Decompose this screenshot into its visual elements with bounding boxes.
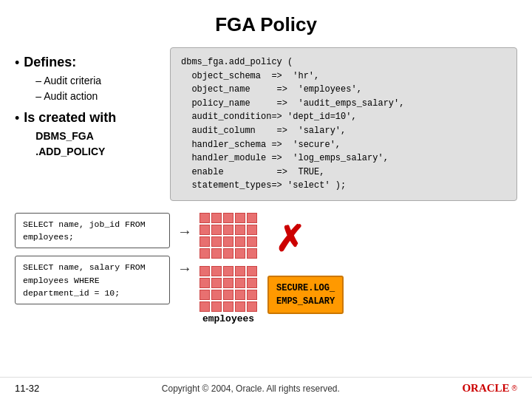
grid-cell	[235, 225, 245, 235]
grid-cell	[235, 301, 245, 312]
grid-cell	[211, 236, 222, 247]
grid-cell	[223, 248, 233, 259]
grid-cell	[235, 248, 245, 259]
secure-box: SECURE.LOG_ EMPS_SALARY	[267, 276, 344, 314]
grid-cell	[223, 290, 233, 300]
is-created-label: Is created with	[24, 110, 116, 125]
bullet-dot-1: •	[15, 56, 19, 69]
data-grid-1	[200, 213, 257, 259]
grid-cell	[223, 236, 233, 247]
grid-cell	[200, 248, 210, 259]
grid-cell	[211, 290, 222, 300]
arrows-area: → →	[170, 213, 200, 276]
x-mark-icon: ✗	[275, 222, 304, 257]
slide-number: 11-32	[15, 383, 39, 394]
grid-cell	[247, 248, 257, 259]
grid-cell	[223, 301, 233, 312]
grid-cell	[200, 236, 210, 247]
grid-cell	[247, 301, 257, 312]
left-panel: • Defines: – Audit criteria – Audit acti…	[15, 47, 163, 201]
grid-cell	[247, 278, 257, 288]
grid-cell	[235, 236, 245, 247]
grid-cell	[247, 213, 257, 223]
sql-box-2: SELECT name, salary FROM employees WHERE…	[15, 256, 170, 304]
audit-criteria-item: – Audit criteria	[35, 73, 101, 89]
grid-cell	[235, 290, 245, 300]
audit-action-item: – Audit action	[35, 89, 101, 104]
arrow-icon-2: →	[177, 261, 192, 276]
bullet-is-created: • Is created with DBMS_FGA .ADD_POLICY	[15, 110, 163, 160]
grid-cell	[200, 278, 210, 288]
grid-cell	[235, 266, 245, 276]
code-box: dbms_fga.add_policy ( object_schema => '…	[170, 47, 517, 201]
copyright-text: Copyright © 2004, Oracle. All rights res…	[162, 383, 340, 394]
data-grid-2	[200, 266, 257, 312]
grid-cell	[200, 266, 210, 276]
grid-cell	[211, 248, 222, 259]
grid-cell	[200, 213, 210, 223]
dbms-fga-label: DBMS_FGA .ADD_POLICY	[35, 129, 116, 160]
grid-cell	[211, 213, 222, 223]
grid-row-1: ✗	[200, 213, 517, 259]
grid-cell	[223, 225, 233, 235]
grid-row-2: employees SECURE.LOG_ EMPS_SALARY	[200, 266, 517, 324]
oracle-logo-text: ORACLE	[462, 382, 509, 395]
sql-boxes-area: SELECT name, job_id FROM employees; SELE…	[15, 213, 170, 304]
sub-items: – Audit criteria – Audit action	[35, 73, 101, 104]
grid-cell	[223, 213, 233, 223]
defines-label: Defines:	[24, 55, 76, 69]
page-title: FGA Policy	[0, 0, 532, 44]
grid-cell	[235, 213, 245, 223]
oracle-registered-mark: ®	[512, 384, 517, 392]
oracle-logo: ORACLE ®	[462, 382, 517, 395]
employees-label: employees	[200, 313, 257, 324]
grid-cell	[211, 225, 222, 235]
grid-cell	[200, 225, 210, 235]
grid-cell	[247, 225, 257, 235]
bullet-dot-2: •	[15, 112, 19, 125]
grid-cell	[247, 290, 257, 300]
grid-cell	[235, 278, 245, 288]
grid-cell	[223, 278, 233, 288]
bullet-defines: • Defines: – Audit criteria – Audit acti…	[15, 55, 163, 104]
grid-cell	[200, 301, 210, 312]
grid-cell	[200, 290, 210, 300]
grid-cell	[247, 236, 257, 247]
footer: 11-32 Copyright © 2004, Oracle. All righ…	[0, 377, 532, 399]
grid-cell	[247, 266, 257, 276]
grid-cell	[211, 266, 222, 276]
results-area: ✗	[200, 213, 517, 324]
grid-cell	[211, 278, 222, 288]
sql-box-1: SELECT name, job_id FROM employees;	[15, 213, 170, 249]
grid-cell	[223, 266, 233, 276]
arrow-icon-1: →	[177, 224, 192, 239]
grid-cell	[211, 301, 222, 312]
